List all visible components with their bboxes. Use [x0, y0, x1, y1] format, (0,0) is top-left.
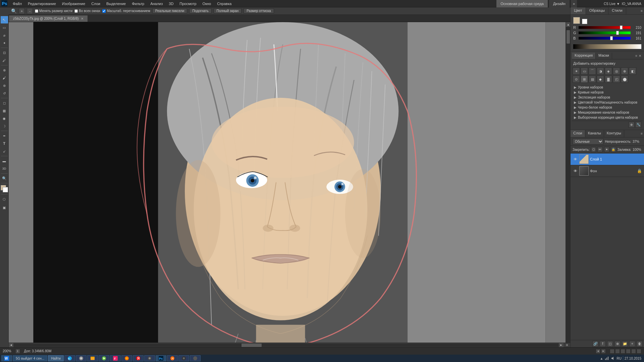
- posterize-correction-btn[interactable]: ◰: [613, 75, 620, 83]
- menu-file[interactable]: Файл: [10, 1, 24, 6]
- layer-eye-0[interactable]: 👁: [573, 157, 578, 162]
- layer-link-btn[interactable]: 🔗: [592, 341, 598, 347]
- menu-edit[interactable]: Редактирование: [25, 1, 59, 6]
- zoom-in-btn[interactable]: +: [19, 8, 25, 14]
- action-btn-6[interactable]: [637, 349, 641, 354]
- taskbar-app3-btn[interactable]: Я: [167, 355, 178, 361]
- r-slider[interactable]: [579, 26, 631, 29]
- screen-mode-btn[interactable]: ▣: [1, 204, 8, 211]
- color-tab-styles[interactable]: Стили: [608, 7, 626, 14]
- r-slider-thumb[interactable]: [620, 25, 623, 29]
- color-panel-menu-btn[interactable]: ≡: [641, 9, 643, 13]
- h-scrollbar[interactable]: ◄ ► ⊞: [9, 343, 570, 347]
- eraser-tool[interactable]: ◻: [1, 99, 8, 107]
- taskbar-explorer-btn[interactable]: [87, 355, 98, 361]
- zoom-tool-icon[interactable]: 🔍: [11, 8, 17, 14]
- nav-next-btn[interactable]: ►: [601, 349, 606, 354]
- zoom-tool[interactable]: 🔍: [1, 175, 8, 182]
- hscroll-thumb[interactable]: [241, 344, 262, 347]
- pen-tool[interactable]: ✒: [1, 132, 8, 139]
- taskbar-firefox-btn[interactable]: [121, 355, 132, 361]
- move-tool[interactable]: ↖: [1, 16, 8, 23]
- stamp-tool[interactable]: ⊛: [1, 82, 8, 89]
- brightness-correction-btn[interactable]: ☀: [573, 67, 580, 75]
- doc-tab-close[interactable]: ✕: [81, 17, 84, 20]
- menu-3d[interactable]: 3D: [166, 1, 176, 6]
- cs-live-btn[interactable]: CS Live ▼: [604, 2, 620, 6]
- bw-correction-btn[interactable]: ◧: [629, 67, 636, 75]
- all-windows-checkbox[interactable]: [74, 9, 78, 13]
- menu-view[interactable]: Просмотр: [177, 1, 199, 6]
- b-slider-thumb[interactable]: [610, 36, 613, 40]
- taskbar-app1-btn[interactable]: F: [110, 355, 121, 361]
- color-balance-correction-btn[interactable]: ⊕: [621, 67, 628, 75]
- fullscreen-button[interactable]: Полный экран: [214, 8, 242, 13]
- layer-mode-select[interactable]: Обычные: [573, 138, 603, 144]
- 3d-tool[interactable]: 3D: [1, 165, 8, 172]
- vibrance-correction-btn[interactable]: ◈: [605, 67, 612, 75]
- lock-pixels-btn[interactable]: ⬡: [591, 147, 596, 152]
- photo-filter-correction-btn[interactable]: ⊙: [573, 75, 580, 83]
- taskbar-search-item[interactable]: 5G выйдет 4 сен...: [13, 355, 47, 361]
- channel-mixer-correction-btn[interactable]: ⊞: [581, 75, 588, 83]
- correction-item-5[interactable]: ▶ Микширование каналов наборов: [573, 110, 642, 115]
- g-slider[interactable]: [579, 32, 631, 34]
- history-brush-tool[interactable]: ↺: [1, 89, 8, 97]
- menu-select[interactable]: Выделение: [104, 1, 128, 6]
- lock-move-btn[interactable]: ✦: [604, 147, 609, 152]
- action-btn-2[interactable]: [615, 349, 620, 354]
- hscroll-left-btn[interactable]: ◄: [9, 343, 13, 348]
- curves-correction-btn[interactable]: ⌒: [589, 67, 596, 75]
- layer-delete-btn[interactable]: 🗑: [637, 341, 643, 347]
- nav-prev-btn[interactable]: ◄: [596, 349, 600, 354]
- exposure-correction-btn[interactable]: ◑: [597, 67, 604, 75]
- correction-tab-correction[interactable]: Коррекция: [572, 53, 596, 59]
- dodge-tool[interactable]: ☽: [1, 122, 8, 130]
- action-btn-4[interactable]: [626, 349, 631, 354]
- correction-item-4[interactable]: ▶ Черно-белое наборов: [573, 105, 642, 110]
- lock-position-btn[interactable]: ✏: [597, 147, 603, 152]
- blur-tool[interactable]: ◉: [1, 115, 8, 122]
- taskbar-app2-btn[interactable]: [144, 355, 155, 361]
- taskbar-ie-btn[interactable]: e: [64, 355, 75, 361]
- taskbar-chrome-btn[interactable]: [76, 355, 87, 361]
- layers-panel-menu-btn[interactable]: ≡: [641, 132, 643, 135]
- correction-item-6[interactable]: ▶ Выборочная коррекция цвета наборов: [573, 115, 642, 120]
- layer-mask-btn[interactable]: ◻: [607, 341, 613, 347]
- layer-style-btn[interactable]: f: [600, 341, 606, 347]
- action-btn-1[interactable]: [610, 349, 614, 354]
- b-slider[interactable]: [579, 37, 631, 40]
- layer-eye-1[interactable]: 👁: [573, 168, 578, 174]
- lasso-tool[interactable]: ⌀: [1, 32, 8, 39]
- correction-item-1[interactable]: ▶ Кривые наборов: [573, 90, 642, 95]
- taskbar-search-btn[interactable]: Найти: [48, 355, 64, 361]
- taskbar-start-btn[interactable]: W: [1, 355, 12, 361]
- scale-checkbox[interactable]: [102, 9, 106, 13]
- vscroll-track[interactable]: [566, 27, 570, 343]
- magic-wand-tool[interactable]: ✦: [1, 39, 8, 47]
- color-tab-color[interactable]: Цвет: [571, 7, 586, 14]
- menu-window[interactable]: Окно: [200, 1, 214, 6]
- fg-color-chip[interactable]: [573, 17, 580, 24]
- corr-bottom-btn-2[interactable]: 🔧: [635, 122, 641, 128]
- action-btn-5[interactable]: [631, 349, 636, 354]
- threshold-correction-btn[interactable]: ▓: [605, 75, 612, 83]
- background-color-box[interactable]: [3, 187, 8, 192]
- taskbar-app4-btn[interactable]: [178, 355, 189, 361]
- hscroll-page-btn[interactable]: ⊞: [564, 343, 570, 348]
- layers-tab-contours[interactable]: Контуры: [604, 130, 624, 137]
- eyedropper-tool[interactable]: 🖋: [1, 57, 8, 64]
- layer-adjustment-btn[interactable]: ⊕: [614, 341, 621, 347]
- gradient-tool[interactable]: ▦: [1, 107, 8, 114]
- canvas-area[interactable]: [9, 22, 570, 343]
- correction-item-0[interactable]: ▶ Уровни наборов: [573, 85, 642, 90]
- zoom-info-btn[interactable]: ℹ: [15, 349, 20, 354]
- menu-filter[interactable]: Фильтр: [129, 1, 147, 6]
- layers-tab-layers[interactable]: Слои: [571, 130, 585, 137]
- menu-analysis[interactable]: Анализ: [148, 1, 165, 6]
- menu-image[interactable]: Изображение: [59, 1, 88, 6]
- invert-correction-btn[interactable]: ⬤: [621, 75, 628, 83]
- hue-sat-correction-btn[interactable]: ◎: [613, 67, 620, 75]
- text-tool[interactable]: T: [1, 140, 8, 147]
- workspace-expand-btn[interactable]: »: [571, 0, 577, 7]
